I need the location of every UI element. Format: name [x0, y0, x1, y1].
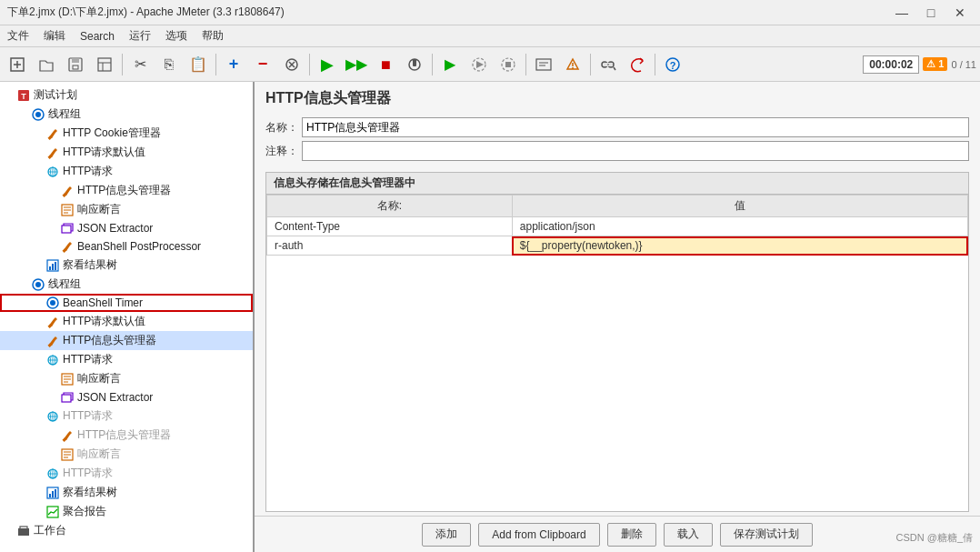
- tree-node-beanshell-post-1[interactable]: BeanShell PostProcessor: [0, 237, 253, 256]
- name-input[interactable]: [302, 117, 969, 137]
- tree-node-summary-report[interactable]: 聚合报告: [0, 502, 253, 521]
- comment-input[interactable]: [302, 141, 969, 161]
- header-name-cell-0: Content-Type: [267, 217, 513, 236]
- col-header-value: 值: [512, 196, 967, 217]
- tree-node-label: 察看结果树: [63, 485, 117, 500]
- toolbar-help-button[interactable]: ?: [659, 51, 686, 78]
- menu-run[interactable]: 运行: [122, 25, 158, 46]
- tree-node-response-assert-2[interactable]: 响应断言: [0, 369, 253, 388]
- toolbar-clear-button[interactable]: [278, 51, 305, 78]
- tree-node-label: 测试计划: [34, 87, 77, 103]
- tree-node-http-request-2[interactable]: HTTP请求: [0, 350, 253, 369]
- svg-rect-13: [413, 59, 416, 66]
- toolbar-templates-button[interactable]: [91, 51, 118, 78]
- tree-node-icon: [60, 372, 75, 386]
- tree-node-response-assert-3[interactable]: 响应断言: [0, 445, 253, 464]
- svg-point-22: [572, 67, 574, 69]
- tree-node-http-default-2[interactable]: HTTP请求默认值: [0, 312, 253, 331]
- tree-node-label: HTTP Cookie管理器: [63, 125, 161, 141]
- menu-help[interactable]: 帮助: [195, 25, 231, 46]
- save-test-plan-button[interactable]: 保存测试计划: [720, 523, 813, 547]
- toolbar-add-button[interactable]: +: [220, 51, 247, 78]
- load-button[interactable]: 载入: [664, 523, 713, 547]
- tree-node-thread-group-2[interactable]: 线程组: [0, 275, 253, 294]
- tree-node-http-default[interactable]: HTTP请求默认值: [0, 143, 253, 162]
- toolbar-stop-button[interactable]: ⏹: [372, 51, 399, 78]
- tree-node-http-cookie[interactable]: HTTP Cookie管理器: [0, 124, 253, 143]
- form-area: 名称： 注释：: [255, 114, 980, 168]
- add-clipboard-button[interactable]: Add from Clipboard: [478, 523, 599, 547]
- svg-rect-50: [55, 262, 56, 270]
- menu-search[interactable]: Search: [73, 25, 122, 46]
- svg-rect-6: [98, 58, 111, 71]
- main-area: T测试计划线程组HTTP Cookie管理器HTTP请求默认值HTTP请求HTT…: [0, 82, 980, 552]
- tree-node-http-request-4[interactable]: HTTP请求: [0, 464, 253, 483]
- menu-edit[interactable]: 编辑: [36, 25, 73, 46]
- tree-node-label: 响应断言: [77, 371, 121, 386]
- close-button[interactable]: ✕: [947, 4, 973, 22]
- add-button[interactable]: 添加: [422, 523, 471, 547]
- headers-section-title: 信息头存储在信息头管理器中: [266, 173, 968, 195]
- toolbar-remote-shutdown-button[interactable]: [495, 51, 522, 78]
- toolbar-new-button[interactable]: [4, 51, 31, 78]
- toolbar-search-button[interactable]: [595, 51, 622, 78]
- toolbar-remove-button[interactable]: −: [249, 51, 276, 78]
- bottom-bar: 添加 Add from Clipboard 删除 载入 保存测试计划: [255, 516, 980, 552]
- tree-node-icon: [45, 315, 60, 329]
- tree-node-view-result-2[interactable]: 察看结果树: [0, 483, 253, 502]
- tree-node-json-extractor-2[interactable]: JSON Extractor: [0, 388, 253, 406]
- delete-button[interactable]: 删除: [607, 523, 656, 547]
- tree-node-json-extractor-1[interactable]: JSON Extractor: [0, 219, 253, 237]
- header-row-1[interactable]: r-auth${__property(newtoken,)}: [267, 236, 968, 256]
- toolbar-sep-7: [655, 54, 655, 75]
- maximize-button[interactable]: □: [918, 4, 944, 22]
- svg-rect-17: [505, 62, 511, 67]
- warning-icon: ⚠: [926, 58, 935, 69]
- tree-node-label: HTTP请求默认值: [63, 145, 145, 160]
- tree-node-http-request-3[interactable]: HTTP请求: [0, 406, 253, 426]
- window-controls: — □ ✕: [889, 4, 973, 22]
- svg-rect-81: [52, 491, 54, 497]
- toolbar-copy-button[interactable]: ⎘: [155, 51, 183, 78]
- tree-node-workbench[interactable]: 工作台: [0, 521, 253, 540]
- tree-node-label: HTTP请求: [63, 408, 113, 424]
- minimize-button[interactable]: —: [889, 4, 915, 22]
- menu-file[interactable]: 文件: [0, 25, 36, 46]
- menu-options[interactable]: 选项: [158, 25, 195, 46]
- toolbar-remote-stop-button[interactable]: [465, 51, 493, 78]
- tree-node-label: HTTP请求: [63, 352, 113, 367]
- header-value-cell-1: ${__property(newtoken,)}: [512, 236, 967, 256]
- toolbar-report-button[interactable]: [530, 51, 557, 78]
- tree-node-label: HTTP请求: [63, 164, 113, 179]
- tree-node-icon: [45, 505, 60, 519]
- tree-node-http-header-3[interactable]: HTTP信息头管理器: [0, 426, 253, 445]
- tree-node-view-result-1[interactable]: 察看结果树: [0, 256, 253, 275]
- toolbar-sep-6: [590, 54, 591, 75]
- toolbar-shutdown-button[interactable]: [401, 51, 428, 78]
- tree-node-http-header-2[interactable]: HTTP信息头管理器: [0, 331, 253, 350]
- svg-point-54: [50, 300, 55, 306]
- toolbar-paste-button[interactable]: 📋: [185, 51, 212, 78]
- tree-node-test-plan[interactable]: T测试计划: [0, 85, 253, 105]
- warning-count: 1: [938, 58, 944, 69]
- tree-node-http-request-1[interactable]: HTTP请求: [0, 162, 253, 181]
- timer-display: 00:00:02: [863, 55, 919, 74]
- svg-rect-5: [73, 65, 78, 69]
- tree-node-label: 线程组: [48, 276, 81, 292]
- tree-node-response-assert-1[interactable]: 响应断言: [0, 200, 253, 219]
- tree-node-http-header-1[interactable]: HTTP信息头管理器: [0, 181, 253, 200]
- toolbar-save-button[interactable]: [62, 51, 89, 78]
- toolbar-reset-button[interactable]: [624, 51, 651, 78]
- svg-point-33: [35, 112, 41, 117]
- tree-node-thread-group-1[interactable]: 线程组: [0, 105, 253, 124]
- toolbar-start-button[interactable]: ▶: [314, 51, 341, 78]
- toolbar-clear-all-button[interactable]: [559, 51, 586, 78]
- toolbar-open-button[interactable]: [33, 51, 60, 78]
- toolbar-sep-2: [215, 54, 216, 75]
- header-row-0[interactable]: Content-Typeapplication/json: [267, 217, 968, 236]
- toolbar-remote-start-button[interactable]: ▶: [436, 51, 464, 78]
- toolbar-cut-button[interactable]: ✂: [126, 51, 154, 78]
- svg-rect-48: [49, 266, 51, 270]
- toolbar-start-no-pause-button[interactable]: ▶▶: [343, 51, 370, 78]
- tree-node-beanshell-timer[interactable]: BeanShell Timer: [0, 294, 253, 312]
